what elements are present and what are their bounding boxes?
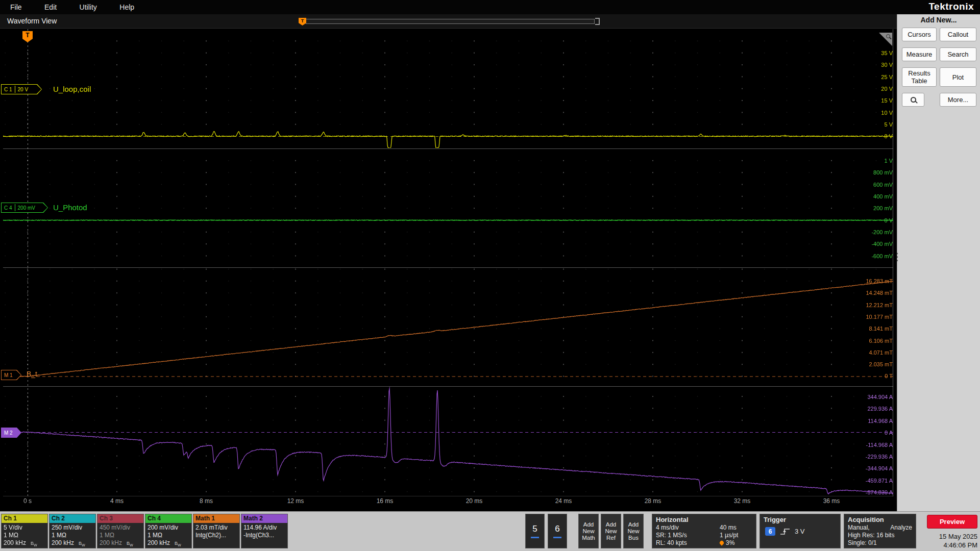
menu-file[interactable]: File <box>0 0 32 14</box>
waveform-canvas[interactable] <box>3 29 893 496</box>
horizontal-scale: 4 ms/div <box>656 524 720 532</box>
trigger-panel[interactable]: Trigger 6 3 V <box>760 514 841 548</box>
axis-label: 20 V <box>881 86 893 92</box>
add-new-header: Add New... <box>897 14 980 24</box>
add-new-ref-button[interactable]: AddNewRef <box>601 514 621 548</box>
time-axis-label: 12 ms <box>287 497 304 505</box>
channel-badge-ch-4[interactable]: Ch 4200 mV/div1 MΩ200 kHzBW <box>145 514 192 548</box>
tile-accent <box>531 537 539 538</box>
right-panel: Add New... Cursors Callout Measure Searc… <box>897 14 980 511</box>
acquisition-resolution: High Res: 16 bits <box>848 532 912 539</box>
plot-button[interactable]: Plot <box>940 67 976 87</box>
date-label: 15 May 2025 <box>914 532 977 541</box>
axis-label: 10 V <box>881 110 893 116</box>
axis-label: 25 V <box>881 74 893 80</box>
time-axis-label: 28 ms <box>645 497 662 505</box>
time-axis-label: 8 ms <box>200 497 213 505</box>
magnifier-icon <box>911 97 916 103</box>
axis-label: 400 mV <box>873 193 893 199</box>
preview-button[interactable]: Preview <box>927 515 977 529</box>
measure-button[interactable]: Measure <box>902 47 937 61</box>
axis-label: 229.936 A <box>867 406 893 412</box>
menu-help[interactable]: Help <box>109 0 144 14</box>
menu-bar: File Edit Utility Help Tektronix <box>0 0 980 14</box>
acquisition-panel[interactable]: Acquisition Manual,Analyze High Res: 16 … <box>844 514 916 548</box>
channel-badge-ch-1[interactable]: Ch 15 V/div1 MΩ200 kHzBW <box>1 514 48 548</box>
rising-edge-icon <box>779 528 791 536</box>
panel-resize-handle[interactable]: ⋮ <box>892 254 902 259</box>
position-pin-icon <box>719 540 724 545</box>
time-axis-label: 0 s <box>23 497 32 505</box>
horizontal-position-slider[interactable]: T <box>299 18 600 25</box>
channel-badge-math-2[interactable]: Math 2114.96 A/div-Intg(Ch3... <box>241 514 288 548</box>
channel-badge-ch-3[interactable]: Ch 3450 mV/div1 MΩ200 kHzBW <box>97 514 144 548</box>
waveform-display[interactable]: T C 1 20 V U_loop,coil C 4 200 mV U_Phot… <box>0 29 897 511</box>
ch4-waveform-label[interactable]: U_Photod <box>53 203 87 212</box>
axis-label: 114.968 A <box>868 418 893 424</box>
badge-title: Ch 4 <box>145 514 191 523</box>
time-axis-label: 16 ms <box>377 497 394 505</box>
channel-tile-5[interactable]: 5 <box>525 514 545 548</box>
acquisition-single: Single: 0/1 <box>848 539 912 547</box>
tektronix-logo: Tektronix <box>928 1 974 12</box>
axis-label: 0 T <box>885 373 893 379</box>
add-new-bus-button[interactable]: AddNewBus <box>623 514 644 548</box>
cursors-button[interactable]: Cursors <box>902 28 937 41</box>
channel-tile-6[interactable]: 6 <box>548 514 567 548</box>
axis-label: 15 V <box>881 97 893 104</box>
badge-settings: 250 mV/div1 MΩ200 kHzBW <box>50 523 95 548</box>
slider-trigger-marker[interactable]: T <box>299 18 306 26</box>
waveform-view-titlebar: Waveform View T <box>0 14 897 29</box>
add-new-math-button[interactable]: AddNewMath <box>578 514 599 548</box>
record-length: RL: 40 kpts <box>656 539 720 547</box>
ch4-scale-flag[interactable]: C 4 200 mV <box>1 203 48 213</box>
trigger-level: 3 V <box>795 528 805 535</box>
ch4-flag-id: C 4 <box>4 205 12 211</box>
axis-label: 0 V <box>884 217 893 223</box>
x-axis-labels: 0 s4 ms8 ms12 ms16 ms20 ms24 ms28 ms32 m… <box>3 497 893 508</box>
badge-title: Math 1 <box>193 514 239 523</box>
axis-label: 30 V <box>881 62 893 68</box>
horizontal-position-pct: 3% <box>726 539 734 546</box>
datetime-display: 15 May 2025 4:46:06 PM <box>914 532 977 549</box>
zoom-tool-button[interactable] <box>902 93 924 107</box>
axis-label: 6.106 mT <box>869 338 893 344</box>
axis-label: 344.904 A <box>867 394 893 400</box>
horizontal-panel[interactable]: Horizontal 4 ms/div40 ms SR: 1 MS/s1 µs/… <box>652 514 756 548</box>
search-button[interactable]: Search <box>940 47 976 61</box>
callout-button[interactable]: Callout <box>940 28 976 41</box>
time-label: 4:46:06 PM <box>914 541 977 549</box>
axis-label: 2.035 mT <box>869 361 893 367</box>
menu-utility[interactable]: Utility <box>69 0 107 14</box>
more-button[interactable]: More... <box>940 93 976 107</box>
math1-waveform-label[interactable]: B_t <box>27 370 37 378</box>
math1-flag-id: M 1 <box>4 372 13 378</box>
time-axis-label: 20 ms <box>466 497 483 505</box>
bandwidth-limit-icon: BW <box>175 541 181 546</box>
slider-track[interactable] <box>306 19 595 24</box>
axis-label: -229.936 A <box>866 454 893 460</box>
acquisition-analyze: Analyze <box>890 524 912 532</box>
axis-label: 600 mV <box>873 182 893 188</box>
axis-label: 16.283 mT <box>866 278 893 284</box>
ch4-flag-scale: 200 mV <box>18 205 35 211</box>
axis-label: 8.141 mT <box>869 325 893 332</box>
axis-label: -344.904 A <box>866 465 893 471</box>
axis-label: -459.871 A <box>866 478 893 484</box>
math2-flag-id: M 2 <box>4 430 13 436</box>
ch1-scale-flag[interactable]: C 1 20 V <box>1 84 42 94</box>
channel-badge-ch-2[interactable]: Ch 2250 mV/div1 MΩ200 kHzBW <box>49 514 96 548</box>
bandwidth-limit-icon: BW <box>127 541 133 546</box>
results-table-button[interactable]: Results Table <box>902 67 937 87</box>
axis-label: 0 V <box>884 133 893 139</box>
axis-label: -200 mV <box>871 229 893 235</box>
channel-badge-math-1[interactable]: Math 12.03 mT/divIntg(Ch2)... <box>193 514 240 548</box>
axis-label: 4.071 mT <box>869 349 893 356</box>
menu-edit[interactable]: Edit <box>34 0 67 14</box>
waveform-view-title: Waveform View <box>7 14 57 28</box>
ch1-waveform-label[interactable]: U_loop,coil <box>53 85 91 93</box>
axis-label: 200 mV <box>873 205 893 211</box>
badge-settings: 450 mV/div1 MΩ200 kHzBW <box>97 523 143 548</box>
ch1-flag-scale: 20 V <box>18 87 29 92</box>
time-axis-label: 32 ms <box>734 497 751 505</box>
